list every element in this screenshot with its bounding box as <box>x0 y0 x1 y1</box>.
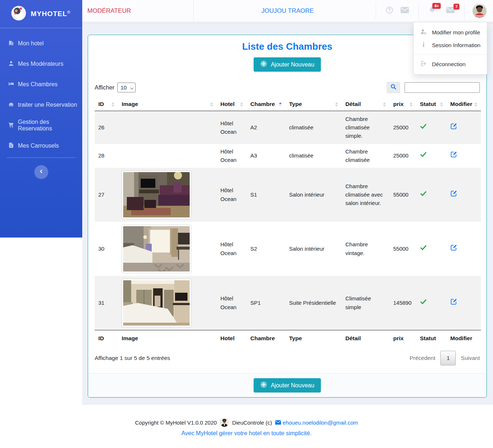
pagination-previous[interactable]: Précedent <box>410 355 436 361</box>
user-avatar[interactable] <box>473 4 486 18</box>
messages-badge: 7 <box>454 4 459 10</box>
help-icon <box>386 6 393 15</box>
column-header-prix[interactable]: prix <box>390 98 416 111</box>
hotel-building-icon <box>8 40 14 48</box>
column-header-type[interactable]: Type <box>285 98 342 111</box>
cell-hotel: Hôtel Ocean <box>217 276 247 330</box>
check-icon <box>420 192 427 198</box>
footer-column-hotel: Hotel <box>217 330 247 346</box>
cell-chambre: SP1 <box>247 276 285 330</box>
room-photo-chambre-vintage[interactable] <box>122 225 191 273</box>
topbar-separator <box>464 3 464 19</box>
menu-item-label: Déconnection <box>432 61 466 67</box>
add-new-button-bottom[interactable]: Ajouter Nouveau <box>254 378 321 392</box>
table-row: 27 <box>95 168 481 222</box>
cell-statut <box>416 144 447 168</box>
sidebar-item-label: Gestion des Reservations <box>18 119 79 132</box>
sidebar-collapse-button[interactable] <box>34 165 48 179</box>
menu-item-label: Session Information <box>432 42 481 48</box>
author-avatar <box>220 418 229 427</box>
cell-detail: Chambre climatisée simple. <box>342 111 390 144</box>
table-row: 26 Hôtel Ocean A2 climatisée Chambre cli… <box>95 111 481 144</box>
cell-type: Salon intérieur <box>285 168 342 222</box>
search-input[interactable] <box>405 82 480 93</box>
topbar-separator <box>418 3 419 19</box>
menu-item-deconnection[interactable]: Déconnection <box>414 58 487 71</box>
cell-chambre: S2 <box>247 222 285 276</box>
cell-modifier <box>447 222 481 276</box>
edit-icon[interactable] <box>450 300 457 306</box>
cell-hotel: Hôtel Ocean <box>217 111 247 144</box>
brand[interactable]: MYHOTEL© <box>0 0 82 28</box>
cell-hotel: Hôtel Ocean <box>217 168 247 222</box>
rooms-table: ID Image Hotel Chambre Type Détail prix … <box>95 98 481 346</box>
sidebar-item-mes-carrousels[interactable]: Mes Carrousels <box>0 136 82 156</box>
sidebar-item-traiter-reservation[interactable]: traiter une Reservation <box>0 95 82 115</box>
check-icon <box>420 153 427 159</box>
notifications-button[interactable]: 4+ <box>428 6 436 15</box>
edit-icon[interactable] <box>450 153 457 159</box>
cell-prix: 55000 <box>390 222 416 276</box>
cell-modifier <box>447 144 481 168</box>
footer-column-id: ID <box>95 330 118 346</box>
sidebar: MYHOTEL© Mon hotel Mes Modérateurs Mes C… <box>0 0 82 238</box>
page-footer: Copyright © MyHotel V1.0.0 2020 DieuCont… <box>0 405 493 448</box>
messages-button[interactable]: 7 <box>446 7 455 15</box>
column-header-detail[interactable]: Détail <box>342 98 390 111</box>
column-header-statut[interactable]: Statut <box>416 98 447 111</box>
cart-icon <box>8 122 14 129</box>
help-button[interactable] <box>386 6 393 15</box>
cell-statut <box>416 111 447 144</box>
footer-tagline: Avec MyHotel gérer votre hotel en toute … <box>0 430 493 437</box>
column-header-modifier[interactable]: Modifier <box>447 98 481 111</box>
menu-item-modifier-profile[interactable]: Modifier mon profile <box>414 26 487 39</box>
cell-type: Salon intérieur <box>285 222 342 276</box>
room-photo-salon-interieur[interactable] <box>122 171 191 219</box>
sidebar-item-label: Mes Carrousels <box>18 143 59 149</box>
footer-column-statut: Statut <box>416 330 447 346</box>
column-header-chambre[interactable]: Chambre <box>247 98 285 111</box>
check-icon <box>420 246 427 252</box>
pagination-page-1[interactable]: 1 <box>440 351 456 365</box>
cell-detail: Chambre vintage. <box>342 222 390 276</box>
edit-icon[interactable] <box>450 192 457 198</box>
edit-icon[interactable] <box>450 125 457 131</box>
plus-circle-icon <box>260 381 267 390</box>
cell-chambre: S1 <box>247 168 285 222</box>
column-header-hotel[interactable]: Hotel <box>217 98 247 111</box>
menu-item-session-information[interactable]: Session Information <box>414 39 487 52</box>
column-header-id[interactable]: ID <box>95 98 118 111</box>
contact-mail-button[interactable] <box>401 7 409 15</box>
table-row: 30 <box>95 222 481 276</box>
cell-image <box>118 144 217 168</box>
cell-image <box>118 222 217 276</box>
cell-modifier <box>447 276 481 330</box>
sidebar-item-mon-hotel[interactable]: Mon hotel <box>0 33 82 54</box>
sidebar-item-mes-chambres[interactable]: Mes Chambres <box>0 74 82 95</box>
cell-detail: Climatisée simple <box>342 276 390 330</box>
pagination-next[interactable]: Suivant <box>461 355 480 361</box>
sidebar-item-label: Mes Chambres <box>18 81 57 88</box>
edit-icon[interactable] <box>450 246 457 252</box>
bed-icon <box>8 81 14 88</box>
topbar-actions: 4+ 7 <box>370 0 493 22</box>
cell-id: 27 <box>95 168 118 222</box>
sidebar-item-gestion-reservations[interactable]: Gestion des Reservations <box>0 115 82 136</box>
search-button[interactable] <box>387 82 400 93</box>
column-header-image[interactable]: Image <box>118 98 217 111</box>
room-photo-suite-presidentielle[interactable] <box>122 279 191 327</box>
add-new-button-top[interactable]: Ajouter Nouveau <box>254 57 321 72</box>
sidebar-item-mes-moderateurs[interactable]: Mes Modérateurs <box>0 54 82 74</box>
sort-asc-icon <box>279 102 282 107</box>
sort-icon <box>240 102 243 107</box>
page-length-select[interactable]: 10 <box>117 83 136 92</box>
cell-id: 31 <box>95 276 118 330</box>
cell-chambre: A3 <box>247 144 285 168</box>
table-row: 31 <box>95 276 481 330</box>
contact-email-link[interactable]: ehoueu.noelodilon@gmail.com <box>275 419 358 426</box>
plus-circle-icon <box>260 60 267 69</box>
cell-id: 26 <box>95 111 118 144</box>
card-bottom-bar: Ajouter Nouveau <box>88 373 486 397</box>
sidebar-menu: Mon hotel Mes Modérateurs Mes Chambres t… <box>0 28 82 156</box>
footer-column-modifier: Modifier <box>447 330 481 346</box>
